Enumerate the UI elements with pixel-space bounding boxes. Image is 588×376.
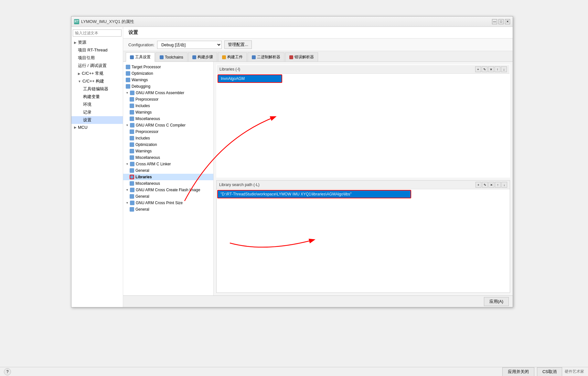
chevron-down-icon: ▼	[126, 188, 129, 192]
tree-item-gnu-arm-assembler[interactable]: ▼ GNU ARM Cross Assembler	[123, 90, 213, 96]
sidebar-item-build-vars[interactable]: 构建变量	[71, 93, 123, 101]
library-path-up-button[interactable]: ↑	[495, 182, 501, 188]
tree-item-target-processor[interactable]: Target Processor	[123, 64, 213, 70]
gear-icon	[130, 104, 134, 108]
properties-panel: Libraries (-l) + ✎ ✕ ↑ ↓ InvnAlgo	[214, 62, 513, 295]
libraries-edit-button[interactable]: ✎	[482, 66, 487, 72]
gear-icon	[130, 91, 134, 95]
help-button[interactable]: ?	[4, 368, 11, 375]
apply-close-button[interactable]: 应用并关闭	[502, 367, 534, 376]
tab-icon-binary-parsers	[252, 55, 256, 59]
tree-item-flash-image[interactable]: ▼ GNU ARM Cross Create Flash Image	[123, 187, 213, 193]
tree-item-warnings[interactable]: Warnings	[123, 77, 213, 83]
cancel-button[interactable]: CS取消	[537, 367, 562, 376]
gear-icon	[126, 84, 130, 89]
tree-item-c-includes[interactable]: Includes	[123, 135, 213, 141]
sidebar-item-resources[interactable]: ▶ 资源	[71, 39, 123, 46]
chevron-down-icon: ▼	[126, 91, 129, 94]
tree-item-linker-general[interactable]: General	[123, 167, 213, 174]
gear-icon	[130, 116, 134, 121]
sidebar-item-run-debug[interactable]: 运行 / 调试设置	[71, 62, 123, 70]
tab-icon-build-artifact	[222, 55, 226, 59]
tab-build-artifact[interactable]: 构建工件	[218, 52, 247, 61]
tree-item-c-misc[interactable]: Miscellaneous	[123, 154, 213, 161]
tree-item-asm-warnings[interactable]: Warnings	[123, 109, 213, 116]
chevron-down-icon: ▼	[126, 162, 129, 166]
tab-tool-settings[interactable]: 工具设置	[126, 52, 155, 62]
tab-toolchains[interactable]: Toolchains	[155, 52, 187, 61]
sidebar-item-settings[interactable]: 设置	[71, 116, 123, 124]
config-bar: Configuration: Debug [活动] 管理配置...	[123, 39, 513, 51]
libraries-add-button[interactable]: +	[475, 66, 481, 72]
tree-item-asm-misc[interactable]: Miscellaneous	[123, 116, 213, 122]
minimize-button[interactable]: —	[492, 19, 497, 24]
libraries-list: InvnAlgoAGM	[217, 74, 509, 177]
gear-icon	[130, 162, 134, 166]
close-button[interactable]: ✕	[505, 19, 510, 24]
tree-item-linker-misc[interactable]: Miscellaneous	[123, 180, 213, 187]
library-path-delete-button[interactable]: ✕	[488, 182, 494, 188]
gear-icon	[130, 175, 134, 179]
tree-item-c-preprocessor[interactable]: Preprocessor	[123, 128, 213, 135]
sidebar-item-cpp-build[interactable]: ▼ C/C++ 构建	[71, 77, 123, 85]
tree-item-asm-includes[interactable]: Includes	[123, 103, 213, 109]
config-select[interactable]: Debug [活动]	[157, 41, 222, 49]
libraries-delete-button[interactable]: ✕	[488, 66, 494, 72]
tree-item-debugging[interactable]: Debugging	[123, 83, 213, 90]
sidebar-item-toolchain-editor[interactable]: 工具链编辑器	[71, 85, 123, 93]
sidebar-item-environment[interactable]: 环境	[71, 101, 123, 108]
settings-title: 设置	[128, 29, 138, 35]
gear-icon	[126, 71, 130, 76]
library-path-section-header: Library search path (-L) + ✎ ✕ ↑ ↓	[217, 181, 510, 189]
library-path-item[interactable]: "D:\RT-ThreadStudio\workspace\LYMOW IMU …	[217, 190, 411, 198]
sidebar-item-project-ref[interactable]: 项目引用	[71, 54, 123, 62]
tab-binary-parsers[interactable]: 二进制解析器	[248, 52, 284, 61]
tree-item-optimization[interactable]: Optimization	[123, 70, 213, 77]
gear-icon	[126, 65, 130, 69]
tab-icon-tool-settings	[130, 55, 134, 59]
filter-input[interactable]	[73, 29, 122, 37]
tree-item-libraries[interactable]: Libraries	[123, 174, 213, 180]
tree-item-flash-general[interactable]: General	[123, 193, 213, 200]
tree-item-cross-arm-linker[interactable]: ▼ Cross ARM C Linker	[123, 161, 213, 167]
library-path-edit-button[interactable]: ✎	[482, 182, 488, 188]
tree-item-gnu-arm-c-compiler[interactable]: ▼ GNU ARM Cross C Compiler	[123, 122, 213, 128]
status-bar: ? 应用并关闭 CS取消 硬件艺术家	[0, 367, 588, 376]
libraries-section: Libraries (-l) + ✎ ✕ ↑ ↓ InvnAlgo	[216, 64, 510, 178]
sidebar-item-mcu[interactable]: ▶ MCU	[71, 124, 123, 131]
tree-item-c-optimization[interactable]: Optimization	[123, 141, 213, 148]
library-path-title: Library search path (-L)	[219, 182, 260, 187]
tree-item-c-warnings[interactable]: Warnings	[123, 148, 213, 154]
sidebar-item-cpp-general[interactable]: ▶ C/C++ 常规	[71, 70, 123, 77]
sidebar-item-rtthread[interactable]: 项目 RT-Thread	[71, 46, 123, 54]
gear-icon	[130, 142, 134, 147]
gear-icon	[130, 194, 134, 199]
libraries-down-button[interactable]: ↓	[501, 66, 507, 72]
maximize-button[interactable]: □	[498, 19, 504, 24]
tree-item-asm-preprocessor[interactable]: Preprocessor	[123, 96, 213, 103]
chevron-down-icon: ▼	[126, 201, 129, 205]
libraries-up-button[interactable]: ↑	[495, 66, 500, 72]
tree-item-print-general[interactable]: General	[123, 206, 213, 213]
tool-settings-tree: Target Processor Optimization Warnings D…	[123, 62, 214, 295]
chevron-icon: ▶	[74, 41, 77, 44]
gear-icon	[130, 97, 134, 102]
sidebar-item-logging[interactable]: 记录	[71, 108, 123, 116]
tabs-bar: 工具设置 Toolchains 构建步骤 构建工件 二进制解析器	[123, 51, 513, 62]
tab-build-steps[interactable]: 构建步骤	[188, 52, 217, 61]
sidebar: ▶ 资源 项目 RT-Thread 项目引用 运行 / 调试设置 ▶ C/C++…	[71, 27, 123, 307]
config-label: Configuration:	[128, 42, 155, 47]
tree-item-print-size[interactable]: ▼ GNU ARM Cross Print Size	[123, 200, 213, 206]
gear-icon	[130, 149, 134, 153]
gear-icon	[130, 181, 134, 186]
library-path-add-button[interactable]: +	[476, 182, 481, 188]
window-icon: RT	[74, 19, 79, 24]
library-path-down-button[interactable]: ↓	[501, 182, 507, 188]
chevron-icon: ▶	[78, 72, 80, 75]
tab-error-parsers[interactable]: 错误解析器	[285, 52, 318, 61]
apply-button[interactable]: 应用(A)	[484, 297, 509, 306]
manage-config-button[interactable]: 管理配置...	[224, 40, 252, 49]
brand-label: 硬件艺术家	[565, 369, 584, 374]
library-item-invnalgoagm[interactable]: InvnAlgoAGM	[218, 74, 282, 83]
gear-icon	[130, 136, 134, 140]
